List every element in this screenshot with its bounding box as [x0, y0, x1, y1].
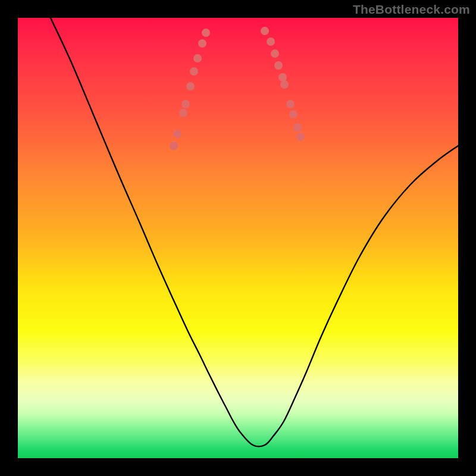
data-marker	[278, 73, 287, 82]
data-marker	[261, 27, 269, 35]
plot-frame	[18, 18, 458, 458]
data-marker	[267, 37, 275, 46]
data-marker	[296, 133, 305, 141]
data-marker	[170, 142, 178, 150]
watermark-text: TheBottleneck.com	[353, 2, 470, 17]
data-marker	[198, 39, 206, 48]
data-marker	[289, 110, 298, 118]
data-marker	[286, 100, 295, 108]
bottleneck-curve-line	[51, 18, 458, 446]
data-marker	[193, 54, 202, 62]
data-marker	[271, 49, 279, 58]
marker-cluster-left	[170, 29, 210, 150]
data-marker	[280, 80, 289, 89]
data-marker	[202, 29, 210, 37]
data-marker	[181, 100, 190, 108]
data-marker	[274, 61, 283, 70]
data-marker	[190, 67, 198, 76]
chart-container: TheBottleneck.com	[0, 0, 476, 476]
marker-cluster-right	[261, 27, 305, 141]
data-marker	[173, 130, 181, 138]
data-marker	[293, 123, 302, 131]
chart-svg	[18, 18, 458, 458]
data-marker	[186, 82, 195, 90]
data-marker	[179, 109, 187, 117]
